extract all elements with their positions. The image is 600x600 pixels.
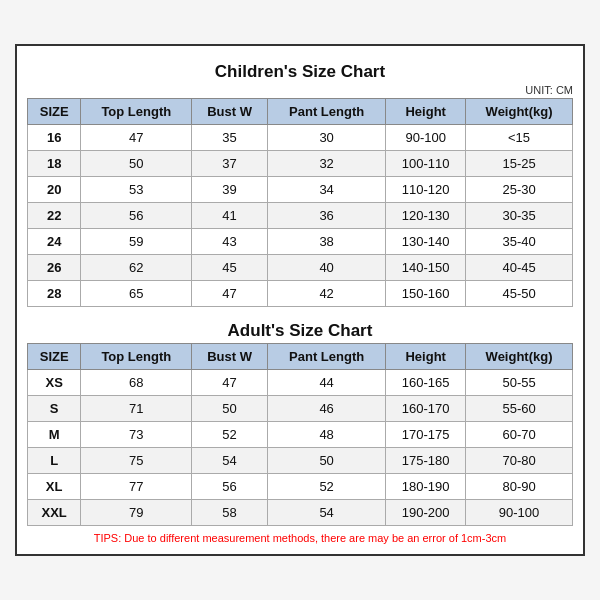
table-cell: 55-60 [466,396,573,422]
table-cell: 16 [28,125,81,151]
table-cell: 100-110 [386,151,466,177]
table-cell: 50 [81,151,192,177]
table-cell: 56 [192,474,268,500]
table-cell: 39 [192,177,268,203]
table-row: 18503732100-11015-25 [28,151,573,177]
table-cell: 47 [192,370,268,396]
table-cell: 34 [267,177,385,203]
table-cell: 47 [81,125,192,151]
table-cell: 35 [192,125,268,151]
table-row: 20533934110-12025-30 [28,177,573,203]
table-cell: 37 [192,151,268,177]
table-cell: 36 [267,203,385,229]
table-cell: 62 [81,255,192,281]
adults-table: SIZETop LengthBust WPant LengthHeightWei… [27,343,573,526]
table-cell: 160-170 [386,396,466,422]
children-header-cell: Height [386,99,466,125]
adults-header-cell: Bust W [192,344,268,370]
table-cell: 71 [81,396,192,422]
table-cell: 79 [81,500,192,526]
table-cell: 40-45 [466,255,573,281]
adults-header-cell: Top Length [81,344,192,370]
children-header-cell: Top Length [81,99,192,125]
table-cell: 52 [267,474,385,500]
table-cell: 90-100 [466,500,573,526]
adults-header-cell: Height [386,344,466,370]
children-header-cell: Bust W [192,99,268,125]
table-cell: 52 [192,422,268,448]
table-cell: 42 [267,281,385,307]
table-cell: 65 [81,281,192,307]
table-cell: 90-100 [386,125,466,151]
children-header-cell: SIZE [28,99,81,125]
children-header-cell: Pant Length [267,99,385,125]
table-cell: 41 [192,203,268,229]
adults-header-cell: Weight(kg) [466,344,573,370]
table-cell: 18 [28,151,81,177]
table-cell: S [28,396,81,422]
table-row: 26624540140-15040-45 [28,255,573,281]
table-cell: 47 [192,281,268,307]
table-cell: 26 [28,255,81,281]
adults-header-cell: SIZE [28,344,81,370]
table-cell: 59 [81,229,192,255]
table-cell: 46 [267,396,385,422]
table-cell: 150-160 [386,281,466,307]
table-cell: 43 [192,229,268,255]
table-cell: 45 [192,255,268,281]
table-row: S715046160-17055-60 [28,396,573,422]
children-title: Children's Size Chart [27,56,573,84]
unit-label: UNIT: CM [27,84,573,96]
table-cell: 77 [81,474,192,500]
table-cell: 25-30 [466,177,573,203]
table-cell: M [28,422,81,448]
table-cell: 35-40 [466,229,573,255]
table-cell: 50 [192,396,268,422]
table-cell: 190-200 [386,500,466,526]
table-cell: 45-50 [466,281,573,307]
table-cell: L [28,448,81,474]
table-cell: <15 [466,125,573,151]
table-cell: 24 [28,229,81,255]
table-row: 22564136120-13030-35 [28,203,573,229]
table-cell: 40 [267,255,385,281]
table-cell: 50 [267,448,385,474]
table-cell: 20 [28,177,81,203]
children-header-cell: Weight(kg) [466,99,573,125]
table-cell: 44 [267,370,385,396]
table-cell: 120-130 [386,203,466,229]
table-cell: 70-80 [466,448,573,474]
table-cell: 160-165 [386,370,466,396]
table-cell: 22 [28,203,81,229]
table-cell: 48 [267,422,385,448]
table-row: M735248170-17560-70 [28,422,573,448]
table-cell: 110-120 [386,177,466,203]
table-cell: 15-25 [466,151,573,177]
children-table: SIZETop LengthBust WPant LengthHeightWei… [27,98,573,307]
table-cell: 68 [81,370,192,396]
table-row: XL775652180-19080-90 [28,474,573,500]
table-cell: XL [28,474,81,500]
adults-header-row: SIZETop LengthBust WPant LengthHeightWei… [28,344,573,370]
table-row: XXL795854190-20090-100 [28,500,573,526]
adults-header-cell: Pant Length [267,344,385,370]
table-row: L755450175-18070-80 [28,448,573,474]
table-cell: 53 [81,177,192,203]
table-cell: 54 [192,448,268,474]
table-cell: 80-90 [466,474,573,500]
table-cell: 130-140 [386,229,466,255]
table-cell: XXL [28,500,81,526]
table-cell: 50-55 [466,370,573,396]
table-cell: 30 [267,125,385,151]
table-row: 28654742150-16045-50 [28,281,573,307]
table-row: 1647353090-100<15 [28,125,573,151]
table-cell: 38 [267,229,385,255]
table-cell: 73 [81,422,192,448]
table-cell: 28 [28,281,81,307]
children-header-row: SIZETop LengthBust WPant LengthHeightWei… [28,99,573,125]
table-cell: XS [28,370,81,396]
chart-container: Children's Size Chart UNIT: CM SIZETop L… [15,44,585,556]
adults-title: Adult's Size Chart [27,315,573,343]
table-cell: 32 [267,151,385,177]
table-cell: 140-150 [386,255,466,281]
